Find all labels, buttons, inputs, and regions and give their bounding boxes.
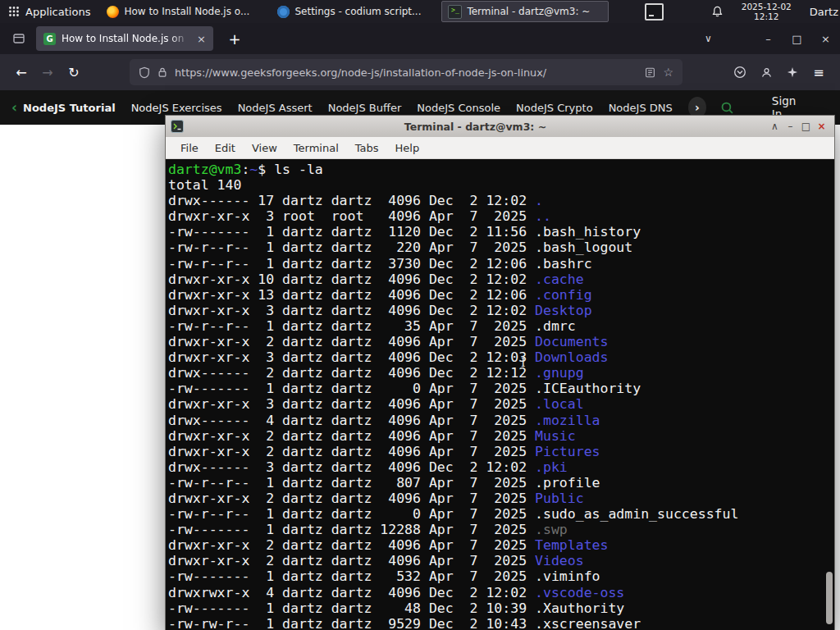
tray-terminal-icon[interactable] <box>645 3 664 21</box>
terminal-line: drwxr-xr-x 3 dartz dartz 4096 Dec 2 12:0… <box>168 349 834 365</box>
tracking-shield-icon[interactable] <box>139 66 150 79</box>
terminal-shade-button[interactable]: ∧ <box>767 116 783 137</box>
reload-button[interactable]: ↻ <box>61 59 87 85</box>
pocket-button[interactable] <box>727 59 753 85</box>
terminal-line: -rw------- 1 dartz dartz 0 Apr 7 2025 .I… <box>168 381 834 396</box>
window-controls: ∨ – □ × <box>694 33 840 45</box>
menu-help[interactable]: Help <box>387 138 428 158</box>
menu-terminal[interactable]: Terminal <box>285 138 347 158</box>
firefox-icon <box>107 6 119 18</box>
site-nav-item[interactable]: NodeJS Crypto <box>516 102 593 114</box>
url-bar[interactable]: https://www.geeksforgeeks.org/node-js/in… <box>130 59 682 85</box>
mouse-cursor: I <box>521 356 526 369</box>
terminal-output: dartz@vm3:~$ ls -latotal 140drwx------ 1… <box>168 162 834 630</box>
firefox-view-button[interactable] <box>7 27 31 50</box>
site-nav-item[interactable]: NodeJS Tutorial <box>23 102 116 114</box>
new-tab-button[interactable]: + <box>223 30 246 48</box>
tab-title: How to Install Node.js on <box>62 33 189 44</box>
browser-tab[interactable]: G How to Install Node.js on × <box>36 26 213 51</box>
terminal-minimize-button[interactable]: – <box>783 116 798 137</box>
terminal-line: drwx------ 4 dartz dartz 4096 Apr 7 2025… <box>168 413 834 428</box>
terminal-line: drwxr-xr-x 3 dartz dartz 4096 Apr 7 2025… <box>168 396 834 412</box>
taskbar: How to Install Node.js o...Settings - co… <box>98 0 610 23</box>
terminal-line: -rw-r--r-- 1 dartz dartz 807 Apr 7 2025 … <box>168 475 834 491</box>
terminal-line: -rw------- 1 dartz dartz 12288 Apr 7 202… <box>168 522 834 537</box>
panel-user-label: Dartz <box>810 6 838 18</box>
terminal-maximize-button[interactable]: □ <box>798 116 814 137</box>
nav-chevron-left-icon[interactable]: ‹ <box>11 101 17 115</box>
terminal-title-bar[interactable]: Terminal - dartz@vm3: ~ ∧ – □ × <box>166 116 834 137</box>
terminal-window: Terminal - dartz@vm3: ~ ∧ – □ × FileEdit… <box>165 115 835 630</box>
account-icon <box>760 66 773 79</box>
terminal-menu-bar: FileEditViewTerminalTabsHelp <box>166 137 834 159</box>
site-nav-item[interactable]: NodeJS Assert <box>238 102 313 114</box>
window-close-button[interactable]: × <box>811 33 840 45</box>
lock-icon[interactable] <box>158 66 167 78</box>
applications-label: Applications <box>25 6 90 18</box>
terminal-line: drwxr-xr-x 10 dartz dartz 4096 Dec 2 12:… <box>168 272 834 287</box>
terminal-scrollbar[interactable] <box>826 572 833 624</box>
terminal-line: drwxr-xr-x 3 dartz dartz 4096 Dec 2 12:0… <box>168 303 834 318</box>
extensions-sparkle-icon <box>787 66 798 78</box>
terminal-line: drwxrwxr-x 4 dartz dartz 4096 Dec 2 12:0… <box>168 585 834 600</box>
terminal-line: drwx------ 17 dartz dartz 4096 Dec 2 12:… <box>168 193 834 208</box>
terminal-line: drwx------ 3 dartz dartz 4096 Dec 2 12:0… <box>168 459 834 475</box>
clock-date: 2025-12-02 <box>742 2 792 12</box>
desktop-panel: Applications How to Install Node.js o...… <box>0 0 840 23</box>
terminal-line: drwxr-xr-x 2 dartz dartz 4096 Apr 7 2025… <box>168 444 834 459</box>
search-icon <box>720 101 734 115</box>
forward-button[interactable]: → <box>34 59 61 85</box>
reader-view-icon[interactable] <box>645 67 655 78</box>
terminal-line: total 140 <box>168 177 834 193</box>
terminal-line: drwxr-xr-x 2 dartz dartz 4096 Apr 7 2025… <box>168 491 834 506</box>
applications-menu-button[interactable]: Applications <box>0 0 98 23</box>
tab-close-icon[interactable]: × <box>195 33 206 45</box>
window-minimize-button[interactable]: – <box>754 33 783 45</box>
terminal-line: -rw-r--r-- 1 dartz dartz 3730 Dec 2 12:0… <box>168 256 834 272</box>
menu-view[interactable]: View <box>244 138 285 158</box>
applications-grid-icon <box>8 6 20 17</box>
url-text[interactable]: https://www.geeksforgeeks.org/node-js/in… <box>175 66 637 79</box>
terminal-line: -rw-rw-r-- 1 dartz dartz 9529 Dec 2 10:4… <box>168 616 834 630</box>
panel-right: 2025-12-02 12:12 Dartz <box>711 2 840 22</box>
task-label: How to Install Node.js o... <box>124 6 249 17</box>
menu-button[interactable]: ≡ <box>806 59 832 85</box>
terminal-line: drwxr-xr-x 13 dartz dartz 4096 Dec 2 12:… <box>168 287 834 303</box>
terminal-line: drwxr-xr-x 2 dartz dartz 4096 Apr 7 2025… <box>168 428 834 444</box>
terminal-body[interactable]: dartz@vm3:~$ ls -latotal 140drwx------ 1… <box>166 159 834 630</box>
tab-list-dropdown-icon[interactable]: ∨ <box>694 33 723 44</box>
pocket-icon <box>733 66 746 79</box>
menu-file[interactable]: File <box>172 138 207 158</box>
site-nav-items: NodeJS TutorialNodeJS ExercisesNodeJS As… <box>23 102 688 114</box>
terminal-line: drwxr-xr-x 2 dartz dartz 4096 Apr 7 2025… <box>168 553 834 568</box>
terminal-line: -rw-r--r-- 1 dartz dartz 0 Apr 7 2025 .s… <box>168 506 834 522</box>
notification-bell-icon[interactable] <box>711 6 724 18</box>
site-nav-item[interactable]: NodeJS Console <box>417 102 500 114</box>
terminal-line: -rw------- 1 dartz dartz 1120 Dec 2 11:5… <box>168 224 834 240</box>
task-button-settings[interactable]: Settings - codium script... <box>271 1 438 22</box>
site-nav-item[interactable]: NodeJS DNS <box>609 102 673 114</box>
toolbar-right-icons: ≡ <box>727 59 832 85</box>
menu-tabs[interactable]: Tabs <box>347 138 387 158</box>
tab-favicon: G <box>43 33 56 45</box>
terminal-close-button[interactable]: × <box>814 116 829 137</box>
firefox-nav-toolbar: ← → ↻ https://www.geeksforgeeks.org/node… <box>0 54 840 90</box>
terminal-line: -rw-r--r-- 1 dartz dartz 35 Apr 7 2025 .… <box>168 318 834 334</box>
extensions-button[interactable] <box>779 59 806 85</box>
site-nav-item[interactable]: NodeJS Buffer <box>328 102 402 114</box>
panel-clock[interactable]: 2025-12-02 12:12 <box>742 2 792 22</box>
site-nav-item[interactable]: NodeJS Exercises <box>131 102 222 114</box>
bookmark-star-icon[interactable]: ☆ <box>663 66 673 79</box>
terminal-line: -rw-r--r-- 1 dartz dartz 220 Apr 7 2025 … <box>168 240 834 255</box>
back-button[interactable]: ← <box>8 59 34 85</box>
site-search-button[interactable] <box>720 101 734 115</box>
terminal-app-icon <box>171 120 184 133</box>
terminal-title: Terminal - dartz@vm3: ~ <box>184 121 767 133</box>
terminal-line: drwxr-xr-x 2 dartz dartz 4096 Apr 7 2025… <box>168 334 834 349</box>
menu-edit[interactable]: Edit <box>207 138 244 158</box>
account-button[interactable] <box>753 59 779 85</box>
clock-time: 12:12 <box>742 11 792 22</box>
task-button-terminal[interactable]: >_Terminal - dartz@vm3: ~ <box>441 1 609 22</box>
task-button-firefox[interactable]: How to Install Node.js o... <box>100 1 267 22</box>
window-maximize-button[interactable]: □ <box>783 33 811 45</box>
